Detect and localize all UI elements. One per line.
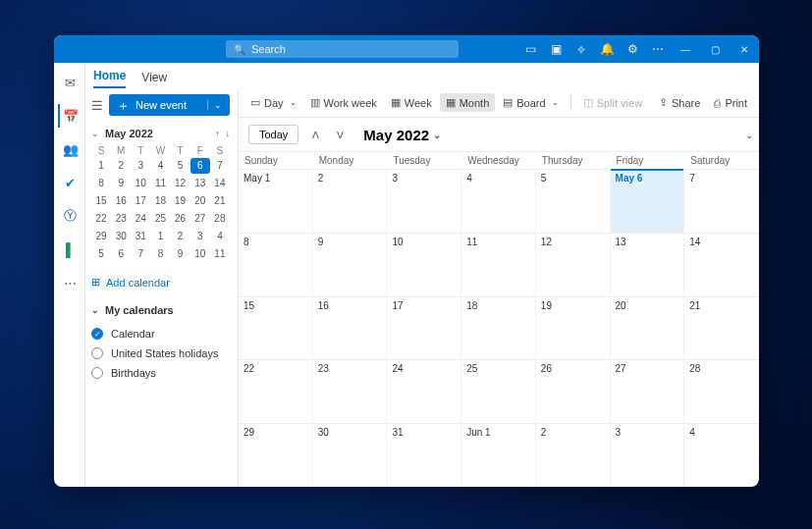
day-cell[interactable]: 8 (239, 234, 313, 296)
day-cell[interactable]: 26 (536, 360, 611, 423)
mini-day[interactable]: 11 (210, 246, 230, 262)
calendar-item[interactable]: United States holidays (91, 347, 230, 359)
prev-period[interactable]: ᐱ (308, 130, 323, 140)
rail-mail[interactable]: ✉ (58, 71, 81, 94)
day-cell[interactable]: 25 (461, 360, 536, 423)
print-button[interactable]: ⎙Print (708, 94, 753, 112)
mini-day[interactable]: 10 (190, 246, 210, 262)
new-event-button[interactable]: ＋ New event ⌄ (109, 94, 230, 116)
mini-day[interactable]: 13 (190, 176, 210, 191)
day-task-icon[interactable]: ⟡ (568, 42, 594, 56)
mini-day[interactable]: 4 (210, 229, 230, 244)
day-cell[interactable]: 19 (536, 297, 611, 360)
day-cell[interactable]: 17 (387, 297, 461, 360)
hamburger-icon[interactable]: ☰ (91, 98, 103, 113)
mini-day[interactable]: 1 (150, 229, 170, 244)
mini-day[interactable]: 15 (91, 193, 111, 209)
mini-day[interactable]: 6 (111, 246, 131, 262)
mini-day[interactable]: 5 (91, 246, 111, 262)
day-cell[interactable]: May 1 (239, 170, 313, 233)
rail-more[interactable]: ⋯ (58, 271, 81, 294)
mini-day[interactable]: 9 (111, 176, 131, 191)
notifications-icon[interactable]: 🔔 (594, 42, 620, 56)
day-cell[interactable]: 13 (611, 234, 685, 296)
view-week[interactable]: ▦Week (385, 93, 438, 112)
next-period[interactable]: ᐯ (333, 130, 348, 140)
day-cell[interactable]: 4 (461, 170, 536, 233)
mini-day[interactable]: 11 (150, 176, 170, 191)
mini-day[interactable]: 20 (190, 193, 210, 209)
day-cell[interactable]: 29 (239, 424, 313, 487)
mini-day[interactable]: 27 (190, 211, 210, 227)
mini-day[interactable]: 21 (210, 193, 230, 209)
day-cell[interactable]: 21 (684, 297, 759, 360)
mini-day[interactable]: 1 (91, 158, 111, 174)
day-cell[interactable]: 4 (684, 424, 759, 487)
mini-day[interactable]: 16 (111, 193, 131, 209)
chevron-down-icon[interactable]: ⌄ (207, 100, 222, 110)
mini-day[interactable]: 3 (131, 158, 150, 174)
mini-month-toggle[interactable]: ⌄ (91, 129, 99, 138)
mini-day[interactable]: 24 (131, 211, 150, 227)
day-cell[interactable]: 20 (611, 297, 685, 360)
view-board[interactable]: ▤Board⌄ (497, 93, 564, 112)
calendar-checkbox[interactable] (91, 347, 103, 359)
mini-day[interactable]: 5 (171, 158, 190, 174)
today-button[interactable]: Today (248, 125, 298, 144)
mini-day[interactable]: 17 (131, 193, 150, 209)
teams-call-icon[interactable]: ▣ (543, 42, 568, 56)
day-cell[interactable]: 5 (536, 170, 611, 233)
mini-day[interactable]: 4 (150, 158, 170, 174)
view-day[interactable]: ▭Day⌄ (244, 93, 302, 112)
mini-day[interactable]: 30 (111, 229, 131, 244)
mini-day[interactable]: 12 (171, 176, 190, 191)
mini-day[interactable]: 29 (91, 229, 111, 244)
settings-icon[interactable]: ⚙ (620, 42, 645, 56)
day-cell[interactable]: 7 (684, 170, 759, 233)
search-input[interactable]: 🔍 Search (226, 40, 459, 58)
day-cell[interactable]: 2 (313, 170, 388, 233)
calendar-item[interactable]: Birthdays (91, 367, 230, 379)
mini-day[interactable]: 3 (190, 229, 210, 244)
rail-yammer[interactable]: Ⓨ (58, 204, 81, 228)
mini-day[interactable]: 6 (190, 158, 210, 174)
day-cell[interactable]: 27 (611, 360, 685, 423)
mini-day[interactable]: 9 (171, 246, 190, 262)
share-button[interactable]: ⇪Share (653, 93, 706, 112)
day-cell[interactable]: 12 (536, 234, 611, 296)
mini-next-month[interactable]: ↓ (226, 129, 231, 138)
mini-day[interactable]: 23 (111, 211, 131, 227)
day-cell[interactable]: May 6 (611, 170, 685, 233)
day-cell[interactable]: 3 (611, 424, 685, 487)
tab-view[interactable]: View (141, 71, 167, 88)
rail-bookings[interactable]: ▌ (58, 238, 81, 261)
day-cell[interactable]: 2 (536, 424, 611, 487)
day-cell[interactable]: 10 (387, 234, 461, 296)
rail-todo[interactable]: ✔︎ (58, 171, 81, 194)
day-cell[interactable]: 11 (461, 234, 536, 296)
mini-day[interactable]: 7 (131, 246, 150, 262)
day-cell[interactable]: Jun 1 (461, 424, 536, 487)
rail-calendar[interactable]: 📅 (58, 104, 81, 128)
my-calendars-section[interactable]: ⌄ My calendars (91, 304, 230, 316)
mini-day[interactable]: 26 (171, 211, 190, 227)
view-month[interactable]: ▦Month (440, 93, 496, 112)
day-cell[interactable]: 31 (387, 424, 461, 487)
day-cell[interactable]: 14 (684, 234, 759, 296)
mini-day[interactable]: 8 (91, 176, 111, 191)
day-cell[interactable]: 9 (313, 234, 388, 296)
calendar-checkbox[interactable]: ✓ (91, 328, 103, 340)
meet-now-icon[interactable]: ▭ (517, 42, 543, 56)
mini-day[interactable]: 28 (210, 211, 230, 227)
mini-day[interactable]: 14 (210, 176, 230, 191)
day-cell[interactable]: 15 (239, 297, 313, 360)
mini-day[interactable]: 19 (171, 193, 190, 209)
day-cell[interactable]: 28 (684, 360, 759, 423)
mini-prev-month[interactable]: ↑ (215, 129, 220, 138)
calendar-checkbox[interactable] (91, 367, 103, 379)
day-cell[interactable]: 24 (387, 360, 461, 423)
mini-day[interactable]: 31 (131, 229, 150, 244)
maximize-button[interactable]: ▢ (700, 44, 730, 55)
mini-day[interactable]: 22 (91, 211, 111, 227)
day-cell[interactable]: 3 (387, 170, 461, 233)
